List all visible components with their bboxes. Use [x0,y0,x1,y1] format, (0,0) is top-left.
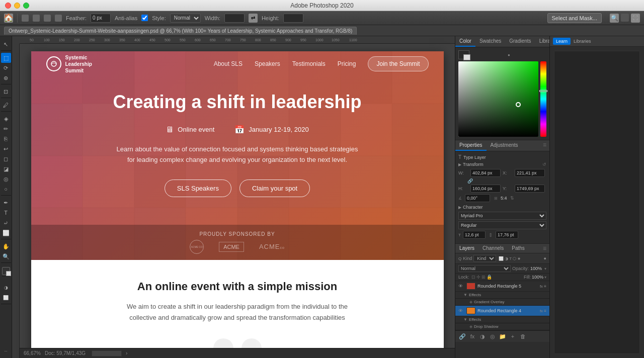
width-input[interactable] [224,14,245,23]
path-selection-tool[interactable]: ⤾ [1,218,11,228]
tab-swatches[interactable]: Swatches [475,36,505,47]
visibility-icon[interactable]: 👁 [458,284,464,289]
nav-pricing[interactable]: Pricing [338,60,356,67]
tab-gradients[interactable]: Gradients [505,36,535,47]
move-tool[interactable]: ↖ [1,39,11,49]
screen-mode-icon[interactable] [621,14,629,22]
font-leading-input[interactable] [496,231,518,239]
foreground-color-swatch[interactable] [458,50,469,59]
document-tab[interactable]: Ontwerp_Systemic-Leadership-Summit-Websi… [4,27,357,35]
transform-refresh-icon[interactable]: ↺ [542,162,546,167]
tab-color[interactable]: Color [455,36,475,47]
x-input[interactable] [515,169,545,177]
more-tools-icon[interactable]: ··· [1,346,11,356]
font-style-select[interactable]: Regular [458,221,546,229]
search-icon[interactable]: 🔍 [610,14,619,23]
lock-artboard-icon[interactable]: ⊞ [481,275,486,280]
tab-paths[interactable]: Paths [508,244,529,253]
font-size-input[interactable] [463,231,486,239]
sls-speakers-button[interactable]: SLS Speakers [165,180,231,197]
learn-button[interactable]: Learn [553,38,571,45]
crop-tool[interactable]: ⊡ [1,86,11,97]
quick-select-tool[interactable]: ⊛ [1,73,11,83]
blur-tool[interactable]: ◎ [1,174,11,184]
nav-speakers[interactable]: Speakers [255,60,280,67]
visibility-icon-2[interactable]: 👁 [458,308,464,313]
w-input[interactable] [470,169,501,177]
fill-arrow[interactable]: ▾ [544,275,546,280]
eyedropper-tool[interactable]: 🖊 [1,100,11,110]
adjustment-filter-icon[interactable]: ◑ [505,256,508,261]
brush-tool[interactable]: ✏ [1,124,11,134]
history-brush-tool[interactable]: ↩ [1,144,11,154]
eraser-tool[interactable]: ◻ [1,154,11,164]
h-input[interactable] [470,185,501,193]
lock-pixel-icon[interactable]: ⊡ [471,275,475,280]
link-layers-button[interactable]: 🔗 [458,332,466,340]
filter-toggle[interactable]: ● [544,256,546,261]
minimize-button[interactable] [14,3,20,9]
tool-icon-2[interactable] [33,15,40,22]
join-summit-button[interactable]: Join the Summit [368,56,428,71]
style-select[interactable]: Normal [170,14,201,23]
layer-rounded-rect-4[interactable]: 👁 Rounded Rectangle 4 fx ≡ [455,306,549,316]
hand-tool[interactable]: ✋ [1,241,11,251]
new-group-button[interactable]: 📁 [499,332,507,340]
layer-rounded-rect-5[interactable]: 👁 Rounded Rectangle 5 fx ≡ [455,281,549,292]
adjustment-layer-button[interactable]: ◎ [489,332,497,340]
tool-icon-3[interactable] [44,15,51,22]
gradient-tool[interactable]: ◪ [1,164,11,174]
dodge-tool[interactable]: ○ [1,184,11,194]
maximize-button[interactable] [23,3,29,9]
healing-brush-tool[interactable]: ◈ [1,114,11,124]
layers-panel-close[interactable]: ≡ [540,244,549,253]
tab-channels[interactable]: Channels [478,244,508,253]
lock-all-icon[interactable]: 🔒 [487,275,492,280]
layer-fx-2[interactable]: fx ≡ [540,309,546,313]
opacity-arrow[interactable]: ▾ [544,266,546,271]
foreground-color[interactable] [2,267,10,275]
marquee-tool[interactable]: ⬚ [1,53,11,63]
expand-icon-1[interactable]: ▼ [463,293,467,297]
flip-icon[interactable]: ⇅ [510,196,514,201]
y-input[interactable] [515,185,545,193]
shape-filter-icon[interactable]: ⬡ [513,256,516,261]
tool-icon-1[interactable] [22,15,29,22]
claim-spot-button[interactable]: Claim your spot [239,180,310,197]
kind-select[interactable]: Kind [473,255,496,262]
stamp-tool[interactable]: ⎘ [1,134,11,144]
libraries-button[interactable]: Libraries [571,38,594,45]
expand-icon-2[interactable]: ▼ [463,317,467,322]
hue-slider[interactable] [540,61,546,137]
smart-filter-icon[interactable]: ★ [517,256,521,261]
close-button[interactable] [5,3,11,9]
chain-link-icon[interactable]: 🔗 [467,178,473,184]
new-layer-button[interactable]: + [509,332,517,340]
zoom-tool[interactable]: 🔍 [1,251,11,261]
pixel-filter-icon[interactable]: ⬜ [499,256,504,261]
tool-icon-4[interactable] [55,15,62,22]
pen-tool[interactable]: ✒ [1,198,11,208]
feather-input[interactable] [91,14,111,23]
layer-style-button[interactable]: fx [468,332,476,340]
properties-panel-close[interactable]: ≡ [540,140,549,151]
tab-adjustments[interactable]: Adjustments [487,140,522,151]
shape-tool[interactable]: ⬜ [1,228,11,238]
anti-alias-checkbox[interactable] [141,15,148,21]
traffic-lights[interactable] [5,3,29,9]
home-icon[interactable]: 🏠 [4,14,13,23]
type-filter-icon[interactable]: T [509,256,512,261]
blend-mode-select[interactable]: Normal [458,265,511,272]
lasso-tool[interactable]: ⟳ [1,63,11,73]
swap-icon[interactable]: ⇄ [249,14,258,23]
nav-testimonials[interactable]: Testimonials [292,60,326,67]
tab-properties[interactable]: Properties [455,140,487,151]
select-and-mask-button[interactable]: Select and Mask... [547,13,602,23]
fullscreen-icon[interactable]: ⛶ [631,14,640,23]
quick-mask-icon[interactable]: ◑ [1,283,11,293]
layer-fx-1[interactable]: fx ≡ [540,284,546,289]
type-tool[interactable]: T [1,208,11,218]
nav-about[interactable]: About SLS [214,60,243,67]
angle-input[interactable] [465,194,490,202]
height-input[interactable] [283,14,303,23]
